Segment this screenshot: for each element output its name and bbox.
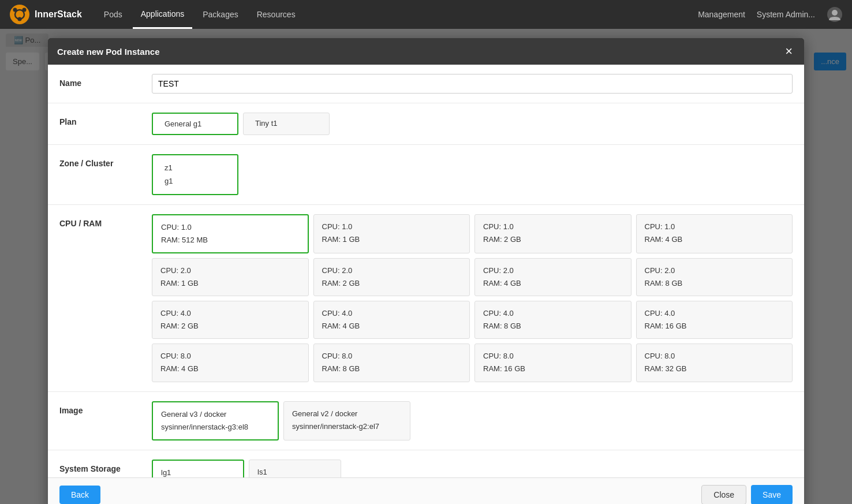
modal-footer: Back Close Save (48, 477, 804, 504)
plan-options: General g1 Tiny t1 (152, 113, 793, 135)
plan-label: Plan (59, 113, 152, 126)
modal-overlay: Create new Pod Instance × Name Plan Gene… (0, 29, 852, 504)
cpu-option-4[interactable]: CPU: 1.0RAM: 4 GB (636, 214, 793, 253)
nav-brand: InnerStack (35, 9, 82, 20)
cpu-option-8[interactable]: CPU: 2.0RAM: 8 GB (636, 258, 793, 296)
nav-logo: InnerStack (9, 4, 89, 25)
modal-body: Name Plan General g1 Tiny t1 Zone / Clus… (48, 65, 804, 477)
nav-management[interactable]: Management (698, 10, 745, 19)
modal-header: Create new Pod Instance × (48, 38, 804, 65)
storage-row: System Storage lg1General g1 ls1SSD s1 G… (48, 450, 804, 477)
storage-option-lg1[interactable]: lg1General g1 (152, 460, 244, 477)
nav-right: Management System Admin... (698, 6, 843, 23)
svg-point-6 (832, 10, 838, 16)
plan-row: Plan General g1 Tiny t1 (48, 103, 804, 145)
modal-title: Create new Pod Instance (57, 47, 160, 57)
svg-point-3 (23, 8, 27, 12)
back-button[interactable]: Back (59, 486, 100, 504)
top-nav: InnerStack Pods Applications Packages Re… (0, 0, 852, 29)
zone-row: Zone / Cluster z1g1 (48, 145, 804, 205)
storage-content: lg1General g1 ls1SSD s1 GB (152, 460, 793, 477)
modal: Create new Pod Instance × Name Plan Gene… (48, 38, 804, 504)
cpu-option-6[interactable]: CPU: 2.0RAM: 2 GB (313, 258, 470, 296)
zone-option-z1-g1[interactable]: z1g1 (152, 154, 238, 195)
logo-icon (9, 4, 30, 25)
image-option-1[interactable]: General v3 / dockersysinner/innerstack-g… (152, 401, 279, 440)
cpu-option-15[interactable]: CPU: 8.0RAM: 16 GB (474, 344, 631, 382)
cpu-option-2[interactable]: CPU: 1.0RAM: 1 GB (313, 214, 470, 253)
storage-option-ls1[interactable]: ls1SSD s1 (249, 460, 341, 477)
cpu-option-12[interactable]: CPU: 4.0RAM: 16 GB (636, 301, 793, 339)
nav-item-resources[interactable]: Resources (249, 0, 304, 29)
save-button[interactable]: Save (751, 485, 793, 504)
image-options: General v3 / dockersysinner/innerstack-g… (152, 401, 793, 440)
nav-system-admin[interactable]: System Admin... (757, 10, 815, 19)
zone-options: z1g1 (152, 154, 793, 195)
image-row: Image General v3 / dockersysinner/inners… (48, 392, 804, 450)
cpu-option-9[interactable]: CPU: 4.0RAM: 2 GB (152, 301, 309, 339)
cpu-option-5[interactable]: CPU: 2.0RAM: 1 GB (152, 258, 309, 296)
close-button[interactable]: Close (701, 485, 746, 504)
cpu-option-11[interactable]: CPU: 4.0RAM: 8 GB (474, 301, 631, 339)
name-label: Name (59, 74, 152, 88)
image-option-2[interactable]: General v2 / dockersysinner/innerstack-g… (283, 401, 410, 440)
zone-label: Zone / Cluster (59, 154, 152, 168)
footer-right-buttons: Close Save (701, 485, 793, 504)
nav-item-packages[interactable]: Packages (195, 0, 246, 29)
name-input[interactable] (152, 74, 793, 94)
nav-item-pods[interactable]: Pods (96, 0, 130, 29)
cpu-option-16[interactable]: CPU: 8.0RAM: 32 GB (636, 344, 793, 382)
cpu-label: CPU / RAM (59, 214, 152, 228)
cpu-option-13[interactable]: CPU: 8.0RAM: 4 GB (152, 344, 309, 382)
name-content (152, 74, 793, 94)
storage-label: System Storage (59, 460, 152, 473)
plan-option-tiny-t1[interactable]: Tiny t1 (243, 113, 330, 135)
user-icon[interactable] (827, 6, 843, 23)
cpu-options: CPU: 1.0RAM: 512 MB CPU: 1.0RAM: 1 GB CP… (152, 214, 793, 382)
cpu-row: CPU / RAM CPU: 1.0RAM: 512 MB CPU: 1.0RA… (48, 205, 804, 392)
cpu-option-3[interactable]: CPU: 1.0RAM: 2 GB (474, 214, 631, 253)
name-row: Name (48, 65, 804, 103)
svg-point-0 (10, 5, 29, 24)
svg-point-4 (18, 17, 22, 21)
plan-option-general-g1[interactable]: General g1 (152, 113, 238, 135)
image-label: Image (59, 401, 152, 415)
cpu-option-7[interactable]: CPU: 2.0RAM: 4 GB (474, 258, 631, 296)
modal-close-button[interactable]: × (783, 45, 795, 58)
cpu-option-10[interactable]: CPU: 4.0RAM: 4 GB (313, 301, 470, 339)
cpu-option-1[interactable]: CPU: 1.0RAM: 512 MB (152, 214, 309, 253)
nav-item-applications[interactable]: Applications (133, 0, 193, 29)
svg-point-2 (13, 8, 17, 12)
cpu-option-14[interactable]: CPU: 8.0RAM: 8 GB (313, 344, 470, 382)
